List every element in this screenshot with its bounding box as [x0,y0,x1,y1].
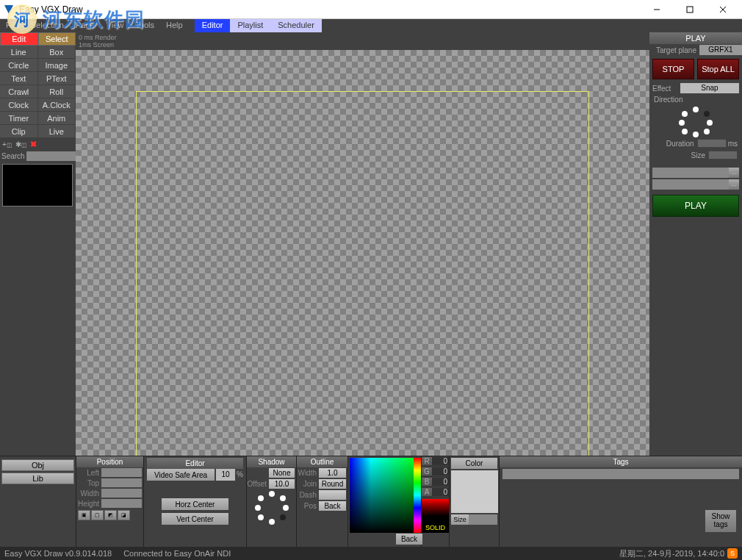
tab-editor[interactable]: Editor [195,19,231,32]
effect-label: Effect [652,85,680,93]
direction-label: Direction [649,94,742,105]
window-title: Easy VGX Draw [19,4,640,15]
duration-input[interactable] [697,139,727,148]
outline-dash-label: Dash [297,491,319,499]
align-forward-icon[interactable]: ◩ [104,510,117,520]
lib-button[interactable]: Lib [1,473,74,484]
outline-join-value[interactable]: Round [319,479,346,489]
hue-bar[interactable] [414,458,421,533]
edit-mode-button[interactable]: Edit [0,32,38,46]
tool-circle[interactable]: Circle [0,59,38,72]
path1-input[interactable] [652,168,729,178]
obj-button[interactable]: Obj [1,459,74,471]
outline-pos-label: Pos [297,502,319,510]
bottom-panel: Obj Lib Position Left Top Width Height ▣… [0,456,742,547]
select-mode-button[interactable]: Select [38,32,76,46]
minimize-button[interactable] [640,0,673,19]
tool-box[interactable]: Box [38,46,76,59]
menu-help[interactable]: Help [160,19,189,32]
status-datetime: 星期二, 24-9月-2019, 14:40:0 [619,548,724,559]
tool-live[interactable]: Live [38,125,76,138]
align-front-icon[interactable]: ▣ [78,510,90,520]
shadow-offset-value[interactable]: 10.0 [269,479,295,489]
menu-page[interactable]: Page [70,19,101,32]
vert-center-button[interactable]: Vert Center [162,513,228,525]
tool-anim[interactable]: Anim [38,112,76,125]
g-label: G [422,467,432,475]
play-button[interactable]: PLAY [652,195,739,217]
effect-value[interactable]: Snap [680,83,739,93]
tab-scheduler[interactable]: Scheduler [270,19,322,32]
tool-timer[interactable]: Timer [0,112,38,125]
stop-all-button[interactable]: Stop ALL [697,59,739,79]
path2-input[interactable] [652,179,729,190]
position-header: Position [76,456,143,467]
color-header: Color [451,458,497,469]
shadow-direction-ring[interactable] [253,491,290,525]
tags-input[interactable] [503,469,739,479]
page-preview[interactable] [2,164,73,207]
status-connection: Connected to Easy OnAir NDI [123,549,231,558]
pos-top-input[interactable] [101,478,142,487]
tool-aclock[interactable]: A.Clock [38,98,76,112]
menu-view[interactable]: View [101,19,130,32]
tool-ptext[interactable]: PText [38,72,76,85]
close-button[interactable] [706,0,739,19]
pos-height-input[interactable] [101,499,142,508]
svg-marker-0 [4,5,13,14]
outline-dash-value[interactable] [319,490,346,500]
color-size-input[interactable] [469,514,497,525]
color-spectrum[interactable] [350,458,420,533]
menu-file[interactable]: File [0,19,25,32]
duration-unit: ms [728,140,738,148]
tool-roll[interactable]: Roll [38,85,76,98]
ime-badge-icon[interactable]: S [727,548,738,559]
maximize-button[interactable] [673,0,706,19]
a-value[interactable]: 0 [432,488,449,496]
tool-clock[interactable]: Clock [0,98,38,112]
tool-text[interactable]: Text [0,72,38,85]
play-size-label: Size [654,151,708,159]
horz-center-button[interactable]: Horz Center [162,498,228,510]
remove-group-icon[interactable]: ✱◫ [15,140,27,148]
menu-selection[interactable]: Selection [25,19,70,32]
path1-browse[interactable]: ... [729,168,739,178]
direction-ring[interactable] [677,107,714,136]
play-size-input[interactable] [708,151,738,159]
color-swatch[interactable] [451,470,498,513]
show-tags-button[interactable]: Show tags [705,510,736,532]
b-value[interactable]: 0 [432,478,449,486]
performance-info: 0 ms Render 1ms Screen [76,32,649,50]
safe-area-value[interactable]: 10 [216,469,235,481]
tags-header: Tags [500,456,742,467]
tool-crawl[interactable]: Crawl [0,85,38,98]
pos-left-input[interactable] [101,468,142,477]
g-value[interactable]: 0 [432,467,449,475]
menu-tools[interactable]: Tools [129,19,160,32]
safe-area-button[interactable]: Video Safe Area [147,469,215,481]
tools-grid: Line Box Circle Image Text PText Crawl R… [0,46,76,138]
align-backward-icon[interactable]: ◪ [118,510,130,520]
shadow-none-button[interactable]: None [269,468,295,478]
r-value[interactable]: 0 [432,457,449,465]
path2-browse[interactable]: ... [729,179,739,190]
safe-area-unit: % [237,469,243,481]
pos-width-input[interactable] [101,489,142,498]
tool-line[interactable]: Line [0,46,38,59]
b-label: B [422,478,432,486]
tab-playlist[interactable]: Playlist [230,19,270,32]
tool-clip[interactable]: Clip [0,125,38,138]
target-plane-label: Target plane [649,46,699,54]
delete-icon[interactable]: ✖ [30,140,37,149]
tool-image[interactable]: Image [38,59,76,72]
stop-button[interactable]: STOP [652,59,694,79]
align-back-icon[interactable]: ▢ [91,510,104,520]
titlebar: Easy VGX Draw [0,0,742,19]
outline-width-value[interactable]: 1.0 [319,468,346,478]
target-plane-value[interactable]: GRFX1 [699,45,742,55]
outline-pos-value[interactable]: Back [319,501,346,511]
search-label: Search [1,152,25,160]
add-group-icon[interactable]: +◫ [2,140,12,148]
solid-swatch[interactable]: SOLID [422,499,449,533]
svg-rect-2 [687,7,693,12]
